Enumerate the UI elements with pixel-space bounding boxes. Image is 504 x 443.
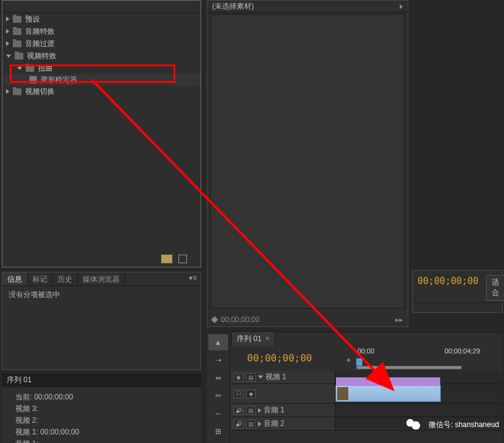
tree-item-video-transitions[interactable]: 视频切换 [2, 85, 200, 98]
slip-tool[interactable]: ⊞ [208, 423, 228, 439]
lock-icon[interactable]: ▤ [246, 406, 256, 415]
effects-panel-header [2, 1, 200, 13]
source-monitor-header[interactable]: (未选择素材) [207, 1, 408, 13]
sequence-title: 序列 01 [2, 373, 201, 387]
rate-stretch-tool[interactable]: ✂ [208, 388, 228, 404]
razor-tool[interactable]: ↔ [208, 406, 228, 422]
chevron-right-icon[interactable] [258, 422, 261, 426]
speaker-icon[interactable]: 🔊 [234, 420, 243, 428]
effect-icon [29, 76, 37, 83]
speaker-icon[interactable]: 🔊 [234, 406, 243, 415]
tab-info[interactable]: 信息 [2, 272, 28, 285]
effects-panel: 预设 音频特效 音频过渡 视频特效 扭曲 变形稳定器 视频切换 [2, 0, 201, 268]
track-select-tool[interactable]: ⇢ [208, 352, 228, 368]
track-video-controls[interactable]: ◉ ▤ 视频 1 [231, 371, 335, 383]
timeline-tab-row: 序列 01× [231, 333, 275, 346]
snap-icon[interactable]: ⌖ [346, 356, 355, 364]
keyframe-icon[interactable]: ◆ [246, 390, 256, 398]
lock-icon[interactable]: ▤ [246, 420, 256, 428]
lock-icon[interactable]: ▤ [246, 373, 256, 382]
folder-icon [13, 28, 21, 35]
program-ruler[interactable] [413, 302, 502, 312]
play-icon[interactable]: ▸▸ [395, 315, 403, 324]
track-audio2-clips[interactable] [335, 417, 503, 430]
tab-history[interactable]: 历史 [53, 272, 78, 285]
timeline-timecode[interactable]: 00;00;00;00 [247, 352, 312, 364]
track-audio-2: 🔊 ▤ 音频 2 [231, 417, 503, 431]
track-label: 音频 1 [264, 405, 284, 415]
tool-column: ▲ ⇢ ⇔ ✂ ↔ ⊞ [207, 333, 230, 443]
new-bin-icon[interactable] [161, 255, 172, 263]
tree-item-distort[interactable]: 扭曲 [2, 62, 200, 74]
chevron-right-icon [6, 41, 9, 46]
track-audio-1: 🔊 ▤ 音频 1 [231, 404, 503, 417]
chevron-right-icon [6, 89, 9, 94]
zoom-fit-button[interactable]: 适合 [486, 275, 504, 301]
tab-markers[interactable]: 标记 [28, 272, 53, 285]
chevron-right-icon [400, 4, 403, 9]
folder-icon [15, 53, 23, 60]
track-video1-head[interactable]: 口 ◆ [231, 384, 335, 403]
ripple-edit-tool[interactable]: ⇔ [208, 370, 228, 386]
folder-icon [13, 16, 21, 23]
tab-media-browser[interactable]: 媒体浏览器 [78, 272, 125, 285]
track-audio1-clips[interactable] [335, 404, 503, 417]
chevron-right-icon[interactable] [258, 408, 261, 413]
panel-menu-icon[interactable]: ▾≡ [185, 272, 200, 285]
selection-tool[interactable]: ▲ [208, 334, 228, 350]
timeline-seq-tab[interactable]: 序列 01× [231, 331, 275, 346]
chevron-down-icon [17, 67, 22, 70]
sequence-track-a1: 音频 1: [10, 439, 193, 443]
folder-icon [13, 88, 21, 95]
ruler-tick: 00;00 [357, 347, 375, 355]
track-video1-clips[interactable] [335, 384, 503, 403]
timeline-header: 00;00;00;00 ⌖ 00;00 00;00;04;29 [231, 347, 501, 369]
ruler-tick: 00;00;04;29 [445, 347, 480, 355]
source-monitor: (未选择素材) 00;00;00;00 ▸▸ [207, 0, 408, 327]
work-area-bar[interactable] [356, 366, 462, 369]
effect-warp-stabilizer[interactable]: 变形稳定器 [2, 74, 200, 85]
close-icon[interactable]: × [265, 334, 270, 343]
tree-item-audio-transitions[interactable]: 音频过渡 [2, 37, 200, 50]
track-video-1: 口 ◆ [231, 384, 503, 404]
sequence-track-v3: 视频 3: [10, 404, 193, 414]
track-audio2-head[interactable]: 🔊 ▤ 音频 2 [231, 417, 335, 430]
toggle-icon[interactable]: 口 [234, 390, 243, 398]
source-timecode[interactable]: 00;00;00;00 [221, 315, 259, 324]
sequence-track-v1: 视频 1: 00;00;00;00 [10, 427, 193, 437]
source-footer: 00;00;00;00 ▸▸ [207, 313, 408, 326]
info-no-selection: 没有分项被选中 [2, 286, 200, 304]
source-monitor-title: (未选择素材) [212, 1, 254, 12]
video-clip[interactable] [335, 385, 441, 402]
folder-icon [26, 65, 34, 72]
tree-item-presets[interactable]: 预设 [2, 13, 200, 25]
folder-icon [13, 40, 21, 47]
effects-tree: 预设 音频特效 音频过渡 视频特效 扭曲 变形稳定器 视频切换 [2, 13, 200, 98]
chevron-down-icon[interactable] [258, 376, 263, 379]
chevron-right-icon [6, 29, 9, 34]
timeline-panel: ▲ ⇢ ⇔ ✂ ↔ ⊞ 序列 01× 00;00;00;00 ⌖ 00;00 0… [207, 332, 503, 443]
sequence-track-v2: 视频 2: [10, 415, 193, 426]
clip-thumbnail [337, 387, 348, 400]
tree-item-video-effects[interactable]: 视频特效 [2, 50, 200, 62]
info-panel: 信息 标记 历史 媒体浏览器 ▾≡ 没有分项被选中 [2, 272, 201, 370]
info-tab-row: 信息 标记 历史 媒体浏览器 ▾≡ [2, 272, 200, 286]
clip-label [336, 377, 440, 386]
source-viewport[interactable] [210, 14, 405, 309]
tree-item-audio-effects[interactable]: 音频特效 [2, 25, 200, 37]
track-label: 音频 2 [264, 418, 284, 429]
track-audio1-head[interactable]: 🔊 ▤ 音频 1 [231, 404, 335, 417]
marker-icon[interactable] [211, 316, 218, 323]
new-item-icon[interactable] [178, 255, 187, 263]
sequence-current: 当前: 00;00;00;00 [10, 392, 193, 403]
chevron-right-icon [6, 17, 9, 21]
track-label: 视频 1 [265, 372, 286, 382]
eye-icon[interactable]: ◉ [234, 373, 243, 382]
timeline-ruler[interactable]: 00;00 00;00;04;29 [356, 347, 501, 369]
track-area: ◉ ▤ 视频 1 口 ◆ 🔊 ▤ [231, 371, 503, 443]
chevron-down-icon [6, 55, 11, 58]
sequence-info-panel: 序列 01 当前: 00;00;00;00 视频 3: 视频 2: 视频 1: … [2, 373, 201, 443]
